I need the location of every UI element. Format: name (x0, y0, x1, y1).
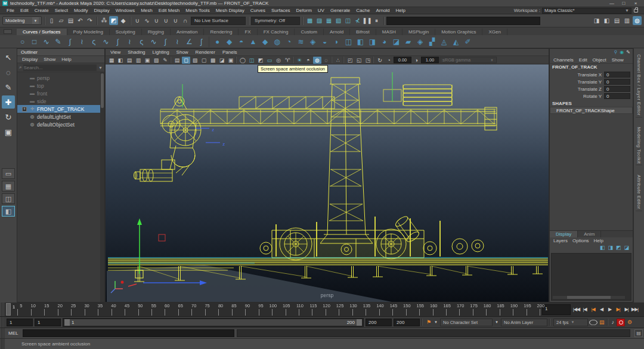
channel-box-menu-item[interactable]: Show (612, 57, 624, 63)
exposure-icon[interactable]: ◔ (385, 57, 393, 64)
attribute-value-field[interactable]: 0 (604, 72, 630, 78)
safe-action-item[interactable]: ◎ (274, 57, 283, 64)
step-back-frame-item[interactable]: |◀ (581, 305, 589, 314)
outliner-item[interactable]: ▬ persp (17, 74, 104, 82)
live-surface-field[interactable]: No Live Surface (191, 17, 246, 25)
hypershade-item[interactable]: ▧ (334, 16, 343, 25)
snap-grid-item[interactable]: ∪ (133, 16, 142, 25)
shelf-tab[interactable]: Sculpting (110, 29, 142, 35)
menu-item[interactable]: UV (315, 8, 327, 13)
step-back-key-item[interactable]: |◀ (589, 305, 597, 314)
save-scene-item[interactable]: ▤ (66, 16, 75, 25)
rotate-tool-item[interactable]: ↻ (2, 110, 15, 123)
sidebar-vertical-tab[interactable]: Channel Box / Layer Editor (636, 53, 642, 118)
outliner-scrollbar[interactable] (100, 72, 104, 302)
menu-item[interactable]: Modify (71, 8, 91, 13)
expand-icon[interactable]: + (22, 107, 27, 112)
gamma-field[interactable]: 1.00 (421, 57, 439, 63)
gate-mask-item[interactable]: ◩ (256, 57, 265, 64)
nurbs-torus-item[interactable]: ◍ (271, 36, 283, 47)
select-camera-item[interactable]: ▦ (107, 57, 116, 64)
playback-end-field[interactable]: 200 (366, 319, 392, 326)
current-frame-marker[interactable]: 1 (6, 303, 11, 316)
layer-editor-menu-item[interactable]: Help (594, 238, 603, 244)
attribute-label[interactable]: Translate Z (550, 87, 604, 92)
playback-range-bar[interactable]: 1 200 (63, 318, 364, 327)
birail-item[interactable]: ◗ (331, 36, 342, 47)
snap-point-item[interactable]: ∪ (152, 16, 161, 25)
animation-start-field[interactable]: 1 (7, 319, 33, 326)
workspace-selector[interactable]: Maya Classic* ▼ (542, 8, 631, 14)
drag-grip[interactable] (0, 302, 5, 316)
shelf-tab[interactable]: Rendering (204, 29, 239, 35)
exposure-field[interactable]: 0.00 (394, 57, 411, 63)
extend-curve-item[interactable]: ≀ (124, 36, 135, 47)
curve-editing-item[interactable]: ∠ (184, 36, 195, 47)
shelf-tab[interactable]: Curves / Surfaces (17, 29, 67, 35)
snap-curve-item[interactable]: ∿ (143, 16, 151, 25)
shadows-item[interactable]: ◓ (304, 57, 312, 64)
refresh-item[interactable]: ↻ (376, 57, 384, 64)
set-key-icon[interactable]: ⚑ (426, 319, 432, 325)
snap-align-item[interactable]: ∴ (334, 57, 342, 64)
gamma-icon[interactable]: ◑ (412, 57, 420, 64)
redo-item[interactable]: ↷ (85, 16, 94, 25)
viewport-menu-item[interactable]: Lighting (153, 50, 169, 55)
open-close-curve-item[interactable]: ʃ (196, 36, 207, 47)
shelf-tab[interactable]: MSPlugin (402, 29, 435, 35)
lasso-tool-item[interactable]: ◌ (2, 66, 15, 79)
shelf-tab[interactable]: Arnold (324, 29, 350, 35)
animation-end-field[interactable]: 200 (394, 319, 420, 326)
surface-fillet-item[interactable]: ◭ (450, 36, 462, 47)
move-tool-item[interactable]: ✚ (2, 95, 15, 109)
layer-list[interactable] (551, 253, 631, 301)
pane-single-item[interactable]: ◰ (346, 57, 354, 64)
attribute-value-field[interactable]: 0 (604, 93, 630, 99)
detach-curves-item[interactable]: ∿ (100, 36, 112, 47)
color-management-selector[interactable]: sRGB gamma ▼ (439, 57, 497, 63)
menu-item[interactable]: Deform (293, 8, 315, 13)
auto-keyframe-toggle[interactable] (617, 319, 625, 326)
attribute-value-field[interactable]: 0 (604, 86, 630, 92)
menu-item[interactable]: Edit Mesh (156, 8, 183, 13)
new-scene-item[interactable]: ▯ (47, 16, 56, 25)
viewport-menu-item[interactable]: Panels (222, 50, 237, 55)
go-to-end-item[interactable]: ▶▶| (631, 305, 639, 314)
xray-item[interactable]: ◪ (218, 57, 226, 64)
time-ticks[interactable]: 5 10 15 20 25 30 35 40 45 50 (5, 302, 540, 316)
snap-view-plane-item[interactable]: ∪ (171, 16, 180, 25)
use-default-material-item[interactable]: ▢ (200, 57, 208, 64)
lock-camera-item[interactable]: ◧ (116, 57, 125, 64)
menu-set-selector[interactable]: Modeling ▼ (2, 16, 42, 25)
interactive-off-item[interactable]: ⏸ (372, 16, 381, 25)
layer-list-scrollbar[interactable] (553, 296, 625, 299)
nurbs-plane-item[interactable]: ◆ (259, 36, 271, 47)
range-handle-left[interactable] (64, 319, 70, 326)
three-point-arc-item[interactable]: ≀ (76, 36, 88, 47)
selected-node-name[interactable]: FRONT_OF_TRACK (550, 64, 633, 71)
show-manipulators-icon[interactable]: ⚲ (614, 50, 617, 56)
character-controls-toggle-item[interactable]: ◍ (633, 16, 642, 25)
outliner-item[interactable]: ◍ defaultObjectSet (17, 121, 104, 128)
character-set-selector[interactable]: No Character Set (440, 319, 493, 326)
extrude-item[interactable]: ◒ (319, 36, 330, 47)
ep-curve-item[interactable]: ✎ (52, 36, 64, 47)
shelf-tab[interactable]: XGen (482, 29, 507, 35)
menu-item[interactable]: Mesh Tools (182, 8, 212, 13)
select-hierarchy-item[interactable]: ⁂ (100, 16, 109, 25)
drag-grip[interactable] (0, 339, 5, 349)
play-forwards-item[interactable]: ▶ (606, 305, 614, 314)
make-live-item[interactable]: ∩ (181, 16, 190, 25)
menu-item[interactable]: Surfaces (268, 8, 293, 13)
range-handle-right[interactable] (357, 319, 362, 326)
outliner-menu-item[interactable]: Help (61, 57, 71, 62)
shape-node-name[interactable]: FRONT_OF_TRACKShape (550, 107, 633, 114)
menu-item[interactable]: Generate (327, 8, 353, 13)
go-to-start-item[interactable]: |◀◀ (572, 305, 580, 314)
boundary-item[interactable]: ◫ (343, 36, 354, 47)
menu-item[interactable]: File (4, 8, 17, 13)
paint-select-tool-item[interactable]: ✎ (2, 81, 15, 94)
film-gate-item[interactable]: ▭ (265, 57, 274, 64)
attribute-label[interactable]: Translate X (550, 72, 604, 78)
lock-workspace-icon[interactable] (634, 9, 638, 13)
